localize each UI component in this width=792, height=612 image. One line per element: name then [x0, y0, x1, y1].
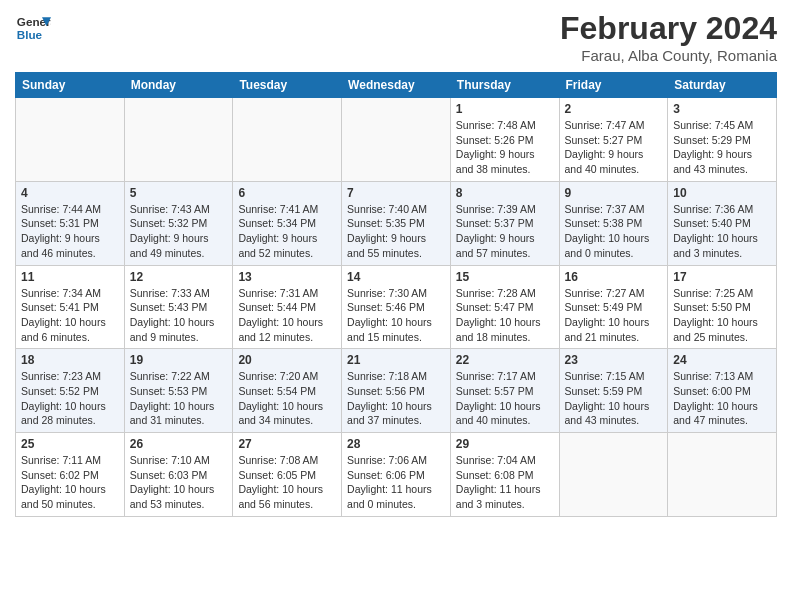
calendar-cell: 20Sunrise: 7:20 AM Sunset: 5:54 PM Dayli…: [233, 349, 342, 433]
calendar-cell: 19Sunrise: 7:22 AM Sunset: 5:53 PM Dayli…: [124, 349, 233, 433]
day-info: Sunrise: 7:44 AM Sunset: 5:31 PM Dayligh…: [21, 202, 119, 261]
day-number: 8: [456, 186, 554, 200]
calendar-cell: 25Sunrise: 7:11 AM Sunset: 6:02 PM Dayli…: [16, 433, 125, 517]
day-info: Sunrise: 7:30 AM Sunset: 5:46 PM Dayligh…: [347, 286, 445, 345]
day-info: Sunrise: 7:28 AM Sunset: 5:47 PM Dayligh…: [456, 286, 554, 345]
day-info: Sunrise: 7:13 AM Sunset: 6:00 PM Dayligh…: [673, 369, 771, 428]
calendar-cell: 16Sunrise: 7:27 AM Sunset: 5:49 PM Dayli…: [559, 265, 668, 349]
weekday-header-sunday: Sunday: [16, 73, 125, 98]
day-number: 18: [21, 353, 119, 367]
calendar-cell: 14Sunrise: 7:30 AM Sunset: 5:46 PM Dayli…: [342, 265, 451, 349]
day-info: Sunrise: 7:43 AM Sunset: 5:32 PM Dayligh…: [130, 202, 228, 261]
calendar-cell: [16, 98, 125, 182]
day-number: 2: [565, 102, 663, 116]
header: General Blue February 2024 Farau, Alba C…: [15, 10, 777, 64]
day-number: 11: [21, 270, 119, 284]
day-number: 17: [673, 270, 771, 284]
calendar-cell: 10Sunrise: 7:36 AM Sunset: 5:40 PM Dayli…: [668, 181, 777, 265]
day-number: 20: [238, 353, 336, 367]
calendar-cell: 24Sunrise: 7:13 AM Sunset: 6:00 PM Dayli…: [668, 349, 777, 433]
calendar-cell: 29Sunrise: 7:04 AM Sunset: 6:08 PM Dayli…: [450, 433, 559, 517]
day-info: Sunrise: 7:39 AM Sunset: 5:37 PM Dayligh…: [456, 202, 554, 261]
calendar-cell: [124, 98, 233, 182]
weekday-header-thursday: Thursday: [450, 73, 559, 98]
weekday-header-tuesday: Tuesday: [233, 73, 342, 98]
day-info: Sunrise: 7:06 AM Sunset: 6:06 PM Dayligh…: [347, 453, 445, 512]
day-number: 3: [673, 102, 771, 116]
calendar-cell: 28Sunrise: 7:06 AM Sunset: 6:06 PM Dayli…: [342, 433, 451, 517]
day-number: 5: [130, 186, 228, 200]
day-info: Sunrise: 7:18 AM Sunset: 5:56 PM Dayligh…: [347, 369, 445, 428]
day-number: 14: [347, 270, 445, 284]
day-info: Sunrise: 7:17 AM Sunset: 5:57 PM Dayligh…: [456, 369, 554, 428]
day-number: 6: [238, 186, 336, 200]
day-number: 15: [456, 270, 554, 284]
calendar-cell: 8Sunrise: 7:39 AM Sunset: 5:37 PM Daylig…: [450, 181, 559, 265]
day-number: 21: [347, 353, 445, 367]
calendar-cell: 2Sunrise: 7:47 AM Sunset: 5:27 PM Daylig…: [559, 98, 668, 182]
day-number: 13: [238, 270, 336, 284]
day-info: Sunrise: 7:40 AM Sunset: 5:35 PM Dayligh…: [347, 202, 445, 261]
day-number: 23: [565, 353, 663, 367]
svg-text:Blue: Blue: [17, 28, 43, 41]
calendar-cell: 1Sunrise: 7:48 AM Sunset: 5:26 PM Daylig…: [450, 98, 559, 182]
calendar-cell: 21Sunrise: 7:18 AM Sunset: 5:56 PM Dayli…: [342, 349, 451, 433]
day-info: Sunrise: 7:27 AM Sunset: 5:49 PM Dayligh…: [565, 286, 663, 345]
calendar-cell: 7Sunrise: 7:40 AM Sunset: 5:35 PM Daylig…: [342, 181, 451, 265]
calendar-cell: 3Sunrise: 7:45 AM Sunset: 5:29 PM Daylig…: [668, 98, 777, 182]
day-number: 10: [673, 186, 771, 200]
calendar-cell: [342, 98, 451, 182]
day-info: Sunrise: 7:15 AM Sunset: 5:59 PM Dayligh…: [565, 369, 663, 428]
title-area: February 2024 Farau, Alba County, Romani…: [560, 10, 777, 64]
calendar-cell: 5Sunrise: 7:43 AM Sunset: 5:32 PM Daylig…: [124, 181, 233, 265]
calendar-week-1: 1Sunrise: 7:48 AM Sunset: 5:26 PM Daylig…: [16, 98, 777, 182]
day-info: Sunrise: 7:37 AM Sunset: 5:38 PM Dayligh…: [565, 202, 663, 261]
calendar-cell: 4Sunrise: 7:44 AM Sunset: 5:31 PM Daylig…: [16, 181, 125, 265]
day-number: 24: [673, 353, 771, 367]
day-info: Sunrise: 7:48 AM Sunset: 5:26 PM Dayligh…: [456, 118, 554, 177]
day-number: 22: [456, 353, 554, 367]
weekday-header-row: SundayMondayTuesdayWednesdayThursdayFrid…: [16, 73, 777, 98]
logo-icon: General Blue: [15, 10, 51, 46]
day-number: 27: [238, 437, 336, 451]
day-number: 1: [456, 102, 554, 116]
day-number: 7: [347, 186, 445, 200]
day-info: Sunrise: 7:41 AM Sunset: 5:34 PM Dayligh…: [238, 202, 336, 261]
day-info: Sunrise: 7:04 AM Sunset: 6:08 PM Dayligh…: [456, 453, 554, 512]
day-info: Sunrise: 7:25 AM Sunset: 5:50 PM Dayligh…: [673, 286, 771, 345]
day-number: 4: [21, 186, 119, 200]
weekday-header-saturday: Saturday: [668, 73, 777, 98]
day-info: Sunrise: 7:08 AM Sunset: 6:05 PM Dayligh…: [238, 453, 336, 512]
day-info: Sunrise: 7:20 AM Sunset: 5:54 PM Dayligh…: [238, 369, 336, 428]
calendar-cell: 18Sunrise: 7:23 AM Sunset: 5:52 PM Dayli…: [16, 349, 125, 433]
calendar-cell: 6Sunrise: 7:41 AM Sunset: 5:34 PM Daylig…: [233, 181, 342, 265]
calendar-table: SundayMondayTuesdayWednesdayThursdayFrid…: [15, 72, 777, 517]
calendar-cell: [668, 433, 777, 517]
day-info: Sunrise: 7:31 AM Sunset: 5:44 PM Dayligh…: [238, 286, 336, 345]
day-number: 16: [565, 270, 663, 284]
calendar-cell: 9Sunrise: 7:37 AM Sunset: 5:38 PM Daylig…: [559, 181, 668, 265]
day-info: Sunrise: 7:33 AM Sunset: 5:43 PM Dayligh…: [130, 286, 228, 345]
day-number: 12: [130, 270, 228, 284]
day-info: Sunrise: 7:23 AM Sunset: 5:52 PM Dayligh…: [21, 369, 119, 428]
calendar-cell: 22Sunrise: 7:17 AM Sunset: 5:57 PM Dayli…: [450, 349, 559, 433]
calendar-title: February 2024: [560, 10, 777, 47]
calendar-week-5: 25Sunrise: 7:11 AM Sunset: 6:02 PM Dayli…: [16, 433, 777, 517]
day-info: Sunrise: 7:22 AM Sunset: 5:53 PM Dayligh…: [130, 369, 228, 428]
calendar-cell: 17Sunrise: 7:25 AM Sunset: 5:50 PM Dayli…: [668, 265, 777, 349]
day-info: Sunrise: 7:45 AM Sunset: 5:29 PM Dayligh…: [673, 118, 771, 177]
calendar-cell: 27Sunrise: 7:08 AM Sunset: 6:05 PM Dayli…: [233, 433, 342, 517]
day-info: Sunrise: 7:36 AM Sunset: 5:40 PM Dayligh…: [673, 202, 771, 261]
calendar-week-2: 4Sunrise: 7:44 AM Sunset: 5:31 PM Daylig…: [16, 181, 777, 265]
logo: General Blue: [15, 10, 51, 46]
day-info: Sunrise: 7:11 AM Sunset: 6:02 PM Dayligh…: [21, 453, 119, 512]
day-number: 25: [21, 437, 119, 451]
calendar-cell: 26Sunrise: 7:10 AM Sunset: 6:03 PM Dayli…: [124, 433, 233, 517]
weekday-header-monday: Monday: [124, 73, 233, 98]
day-number: 28: [347, 437, 445, 451]
calendar-cell: 13Sunrise: 7:31 AM Sunset: 5:44 PM Dayli…: [233, 265, 342, 349]
calendar-cell: 11Sunrise: 7:34 AM Sunset: 5:41 PM Dayli…: [16, 265, 125, 349]
day-number: 9: [565, 186, 663, 200]
day-info: Sunrise: 7:10 AM Sunset: 6:03 PM Dayligh…: [130, 453, 228, 512]
calendar-cell: 12Sunrise: 7:33 AM Sunset: 5:43 PM Dayli…: [124, 265, 233, 349]
